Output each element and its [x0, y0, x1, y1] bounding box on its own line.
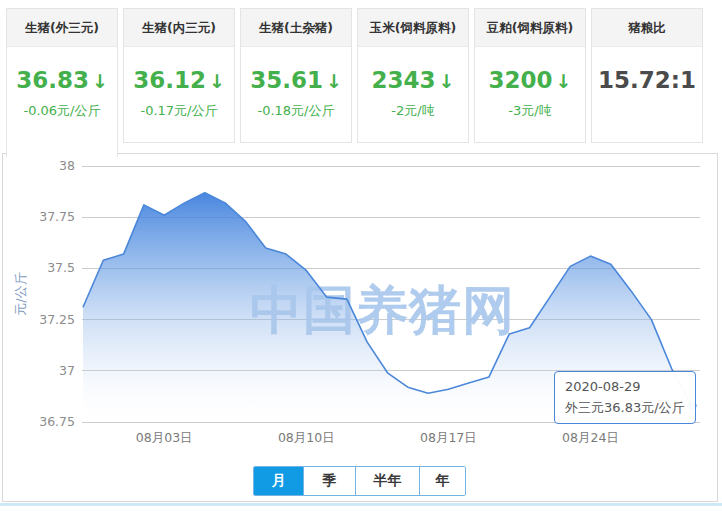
card-corn[interactable]: 玉米(饲料原料) 2343↓ -2元/吨 [357, 8, 469, 143]
card-change: -2元/吨 [358, 102, 468, 120]
x-axis-label: 08月24日 [546, 430, 636, 447]
card-pig-tuzazhu[interactable]: 生猪(土杂猪) 35.61↓ -0.18元/公斤 [240, 8, 352, 143]
card-price: 36.12↓ [124, 67, 234, 93]
down-arrow-icon: ↓ [92, 70, 108, 92]
price-chart-svg[interactable]: 中国养猪网 [3, 154, 717, 501]
card-title: 豆粕(饲料原料) [475, 9, 585, 47]
x-axis-label: 08月03日 [119, 430, 209, 447]
x-axis-label: 08月10日 [261, 430, 351, 447]
card-title: 玉米(饲料原料) [358, 9, 468, 47]
y-axis-label: 36.75 [20, 414, 75, 429]
chart-tooltip: 2020-08-29 外三元36.83元/公斤 [554, 371, 696, 424]
x-axis-label: 08月17日 [403, 430, 493, 447]
card-price: 15.72:1 [592, 67, 702, 93]
card-price: 3200↓ [475, 67, 585, 93]
card-change: -0.17元/公斤 [124, 102, 234, 120]
y-axis-label: 37.75 [20, 209, 75, 224]
price-cards-row: 生猪(外三元) 36.83↓ -0.06元/公斤 生猪(内三元) 36.12↓ … [6, 8, 706, 157]
y-axis-label: 37.5 [20, 260, 75, 275]
pig-price-dashboard: 生猪(外三元) 36.83↓ -0.06元/公斤 生猪(内三元) 36.12↓ … [0, 0, 722, 511]
card-pig-grain-ratio[interactable]: 猪粮比 15.72:1 [591, 8, 703, 143]
period-tab-group: 月 季 半年 年 [253, 466, 466, 496]
y-axis-label: 37 [20, 363, 75, 378]
card-title: 生猪(内三元) [124, 9, 234, 47]
tooltip-date: 2020-08-29 [565, 376, 685, 397]
tab-year[interactable]: 年 [419, 467, 465, 495]
card-change: -0.18元/公斤 [241, 102, 351, 120]
card-price: 36.83↓ [7, 67, 117, 93]
down-arrow-icon: ↓ [209, 70, 225, 92]
bottom-divider [0, 503, 722, 506]
price-trend-panel: 中国养猪网 元/公斤 3837.7537.537.253736.7508月03日… [2, 153, 718, 502]
card-change: -0.06元/公斤 [7, 102, 117, 120]
y-axis-label: 38 [20, 158, 75, 173]
card-soybean-meal[interactable]: 豆粕(饲料原料) 3200↓ -3元/吨 [474, 8, 586, 143]
down-arrow-icon: ↓ [326, 70, 342, 92]
card-change: -3元/吨 [475, 102, 585, 120]
tooltip-value: 外三元36.83元/公斤 [565, 397, 685, 418]
card-pig-neisanyuan[interactable]: 生猪(内三元) 36.12↓ -0.17元/公斤 [123, 8, 235, 143]
tab-month[interactable]: 月 [254, 467, 303, 495]
card-title: 猪粮比 [592, 9, 702, 47]
tab-half-year[interactable]: 半年 [355, 467, 419, 495]
card-title: 生猪(外三元) [7, 9, 117, 47]
tab-quarter[interactable]: 季 [303, 467, 355, 495]
y-axis-label: 37.25 [20, 312, 75, 327]
down-arrow-icon: ↓ [556, 70, 572, 92]
card-pig-waisanyuan[interactable]: 生猪(外三元) 36.83↓ -0.06元/公斤 [6, 8, 118, 157]
card-title: 生猪(土杂猪) [241, 9, 351, 47]
watermark-text: 中国养猪网 [250, 280, 515, 340]
down-arrow-icon: ↓ [439, 70, 455, 92]
card-price: 35.61↓ [241, 67, 351, 93]
card-price: 2343↓ [358, 67, 468, 93]
